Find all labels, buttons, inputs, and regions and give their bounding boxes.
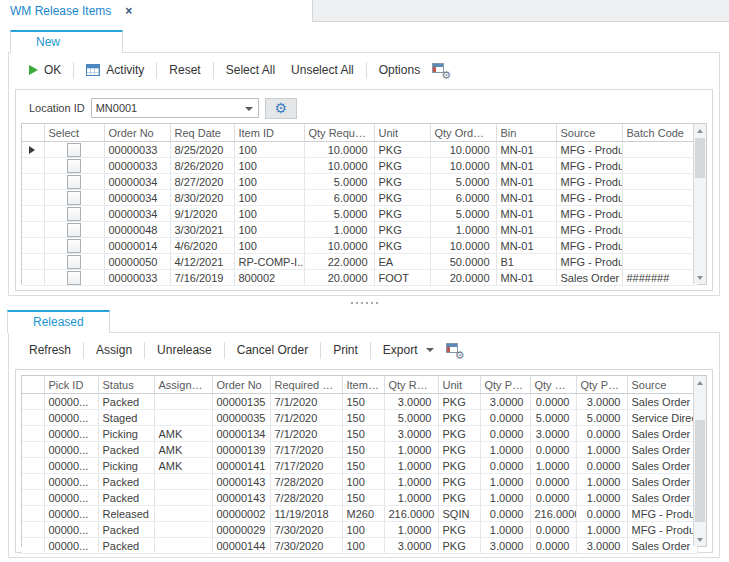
grid-cell[interactable]: Service Direc... <box>627 410 697 426</box>
grid-cell[interactable]: RP-COMP-I... <box>234 254 304 270</box>
column-header[interactable]: Bin <box>496 124 556 142</box>
table-row[interactable]: 000000483/30/20211001.0000PKG1.0000MN-01… <box>22 222 697 238</box>
grid-cell[interactable]: MFG - Produ... <box>556 142 622 158</box>
grid-customize-button[interactable]: ⚙ <box>442 339 467 362</box>
grid-cell[interactable]: 3.0000 <box>384 426 438 442</box>
column-header[interactable]: Status <box>98 376 154 394</box>
grid-cell[interactable]: Released <box>98 506 154 522</box>
grid-cell[interactable]: SQIN <box>438 506 480 522</box>
grid-cell[interactable]: 100 <box>234 238 304 254</box>
grid-cell[interactable]: AMK <box>154 458 212 474</box>
grid-cell[interactable]: 5.0000 <box>304 206 374 222</box>
grid-cell[interactable]: Sales Order <box>627 458 697 474</box>
grid-cell[interactable]: 0.0000 <box>480 410 530 426</box>
grid-cell[interactable]: 0.0000 <box>576 506 627 522</box>
grid-cell[interactable]: 1.0000 <box>576 522 627 538</box>
select-all-button[interactable]: Select All <box>218 59 283 81</box>
grid-cell[interactable]: ####### <box>622 270 697 286</box>
row-checkbox[interactable] <box>67 191 81 205</box>
grid-cell[interactable] <box>622 190 697 206</box>
grid-cell[interactable]: M260 <box>342 506 384 522</box>
grid-cell[interactable]: MN-01 <box>496 238 556 254</box>
grid-cell[interactable]: PKG <box>438 394 480 410</box>
grid-cell[interactable]: 0.0000 <box>530 490 576 506</box>
grid-cell[interactable]: EA <box>374 254 430 270</box>
grid-cell[interactable]: 11/19/2018 <box>270 506 342 522</box>
grid-cell[interactable]: 00000... <box>44 458 98 474</box>
grid-cell[interactable]: AMK <box>154 426 212 442</box>
grid-cell[interactable]: 00000... <box>44 522 98 538</box>
column-header[interactable]: Order No <box>104 124 170 142</box>
grid-cell[interactable]: PKG <box>438 522 480 538</box>
grid-cell[interactable]: 00000029 <box>212 522 270 538</box>
grid-cell[interactable]: 00000... <box>44 410 98 426</box>
grid-cell[interactable]: 150 <box>342 426 384 442</box>
grid-cell[interactable]: 3.0000 <box>480 538 530 554</box>
unselect-all-button[interactable]: Unselect All <box>283 59 362 81</box>
grid-cell[interactable]: 0.0000 <box>530 538 576 554</box>
assign-button[interactable]: Assign <box>88 339 140 361</box>
grid-cell[interactable]: 0.0000 <box>530 394 576 410</box>
grid-cell[interactable]: PKG <box>374 238 430 254</box>
column-header[interactable]: Item ID <box>342 376 384 394</box>
grid-cell[interactable]: 00000048 <box>104 222 170 238</box>
grid-cell[interactable]: MN-01 <box>496 190 556 206</box>
grid-cell[interactable]: 10.0000 <box>430 158 496 174</box>
grid-cell[interactable]: Sales Order <box>627 474 697 490</box>
grid-cell[interactable]: 0.0000 <box>480 458 530 474</box>
grid-cell[interactable]: 1.0000 <box>430 222 496 238</box>
grid-cell[interactable]: MN-01 <box>496 158 556 174</box>
grid-cell[interactable]: 3.0000 <box>384 538 438 554</box>
table-row[interactable]: 000000349/1/20201005.0000PKG5.0000MN-01M… <box>22 206 697 222</box>
column-header[interactable]: Qty Pac... <box>480 376 530 394</box>
grid-cell[interactable]: PKG <box>374 158 430 174</box>
refresh-button[interactable]: Refresh <box>21 339 79 361</box>
grid-cell[interactable]: PKG <box>438 474 480 490</box>
grid-cell[interactable]: 00000144 <box>212 538 270 554</box>
location-id-combobox[interactable]: MN0001 <box>91 98 259 118</box>
grid-cell[interactable]: 00000... <box>44 538 98 554</box>
ok-button[interactable]: OK <box>21 59 69 81</box>
grid-cell[interactable] <box>622 222 697 238</box>
grid-cell[interactable]: 5.0000 <box>430 174 496 190</box>
grid-cell[interactable]: 00000139 <box>212 442 270 458</box>
column-header[interactable]: Pick ID <box>44 376 98 394</box>
grid-cell[interactable]: PKG <box>374 142 430 158</box>
grid-cell[interactable]: 3.0000 <box>480 394 530 410</box>
grid-cell[interactable]: 6.0000 <box>430 190 496 206</box>
column-header[interactable]: Qty Pick... <box>576 376 627 394</box>
grid-cell[interactable]: AMK <box>154 442 212 458</box>
grid-cell[interactable] <box>622 206 697 222</box>
grid-cell[interactable] <box>622 174 697 190</box>
grid-cell[interactable]: Picking <box>98 458 154 474</box>
grid-cell[interactable]: Packed <box>98 474 154 490</box>
grid-cell[interactable]: 00000050 <box>104 254 170 270</box>
grid-cell[interactable]: 150 <box>342 394 384 410</box>
grid-cell[interactable]: 3/30/2021 <box>170 222 234 238</box>
table-row[interactable]: 000000144/6/202010010.0000PKG10.0000MN-0… <box>22 238 697 254</box>
grid-cell[interactable]: 1.0000 <box>480 442 530 458</box>
grid-cell[interactable]: Staged <box>98 410 154 426</box>
row-checkbox[interactable] <box>67 159 81 173</box>
row-checkbox[interactable] <box>67 223 81 237</box>
grid-cell[interactable]: PKG <box>438 410 480 426</box>
grid-cell[interactable]: PKG <box>374 190 430 206</box>
grid-cell[interactable]: 0.0000 <box>480 506 530 522</box>
grid-cell[interactable]: 7/28/2020 <box>270 490 342 506</box>
table-row[interactable]: 000000338/26/202010010.0000PKG10.0000MN-… <box>22 158 697 174</box>
column-header[interactable]: Order No <box>212 376 270 394</box>
grid-cell[interactable]: Packed <box>98 538 154 554</box>
scrollbar-thumb[interactable] <box>695 138 705 178</box>
grid-cell[interactable]: 7/1/2020 <box>270 394 342 410</box>
grid-cell[interactable]: 150 <box>342 490 384 506</box>
grid-cell[interactable]: 1.0000 <box>384 522 438 538</box>
column-header[interactable]: Unit <box>374 124 430 142</box>
vertical-scrollbar[interactable] <box>693 124 706 284</box>
grid-cell[interactable]: MFG - Produ... <box>556 238 622 254</box>
grid-cell[interactable] <box>154 490 212 506</box>
grid-cell[interactable]: 00000034 <box>104 206 170 222</box>
grid-cell[interactable]: 7/16/2019 <box>170 270 234 286</box>
column-header[interactable]: Source <box>627 376 697 394</box>
table-row[interactable]: 00000...PickingAMK000001347/1/20201503.0… <box>22 426 697 442</box>
grid-cell[interactable]: 5.0000 <box>530 410 576 426</box>
